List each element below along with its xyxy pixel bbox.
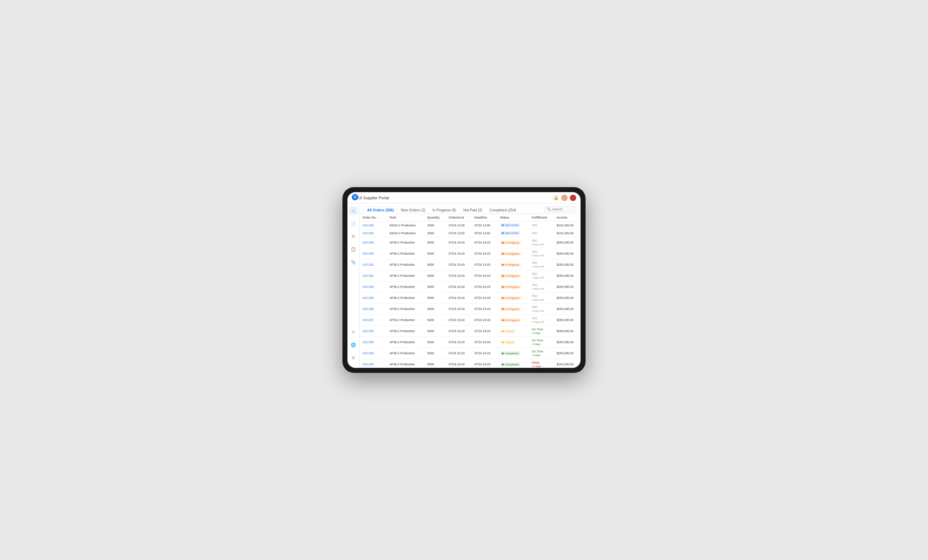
cell-deadline: 07/24 15:43 — [472, 237, 497, 248]
table-row[interactable]: UIS-254 AP36-2 Production 5000 07/24 15:… — [360, 348, 580, 359]
cell-order-no: UIS-256 — [360, 326, 386, 337]
cell-status: In Progress — [497, 292, 529, 304]
table-row[interactable]: UIS-259 AP36-2 Production 5000 07/24 15:… — [360, 292, 580, 304]
search-box[interactable]: 🔍 — [545, 207, 576, 212]
status-dot-icon — [502, 224, 504, 226]
cell-fulfillment: TBC8 days left — [529, 248, 554, 259]
sidebar-item-document[interactable]: 📄 — [349, 219, 358, 228]
status-dot-icon — [502, 297, 504, 299]
notification-bell-icon[interactable]: 🔔 — [553, 195, 559, 201]
cell-quantity: 5000 — [424, 337, 446, 348]
cell-order-no: UIS-265 — [360, 229, 386, 237]
avatar-icon-1[interactable] — [561, 195, 568, 201]
cell-status: In Progress — [497, 304, 529, 315]
search-icon: 🔍 — [547, 207, 551, 211]
table-row[interactable]: UIS-253 AP36-2 Production 5000 07/24 15:… — [360, 359, 580, 368]
status-dot-icon — [502, 308, 504, 310]
sidebar-item-clipboard[interactable]: 📎 — [349, 258, 358, 266]
cell-deadline: 07/24 12:02 — [472, 229, 497, 237]
table-row[interactable]: UIS-255 AP36-2 Production 5000 07/24 15:… — [360, 337, 580, 348]
table-row[interactable]: UIS-266 SW24-2 Production 2000 07/24 12:… — [360, 221, 580, 229]
sidebar-item-home[interactable]: ⌂ — [349, 207, 358, 215]
table-row[interactable]: UIS-257 AP36-2 Production 5000 07/24 15:… — [360, 315, 580, 326]
sidebar-item-refresh[interactable]: ↻ — [349, 328, 358, 336]
cell-task: AP36-2 Production — [386, 292, 424, 304]
table-row[interactable]: UIS-260 AP36-2 Production 5000 07/24 15:… — [360, 282, 580, 292]
cell-fulfillment: TBC4 days left — [529, 282, 554, 292]
cell-order-no: UIS-266 — [360, 221, 386, 229]
cell-order-no: UIS-258 — [360, 304, 386, 315]
cell-deadline: 07/24 15:43 — [472, 326, 497, 337]
cell-deadline: 07/24 15:43 — [472, 359, 497, 368]
cell-fulfillment: TBC — [529, 221, 554, 229]
table-row[interactable]: UIS-264 AP36-2 Production 5000 07/24 15:… — [360, 237, 580, 248]
sidebar-item-settings[interactable]: ⚙ — [349, 353, 358, 362]
cell-task: AP36-2 Production — [386, 270, 424, 282]
cell-fulfillment: TBC7 days left — [529, 270, 554, 282]
cell-fulfillment: On Time-2 days — [529, 337, 554, 348]
cell-quantity: 5000 — [424, 348, 446, 359]
status-badge: Completed — [500, 362, 520, 367]
cell-ordered-at: 07/24 15:43 — [446, 259, 472, 270]
cell-income: $250,000.00 — [554, 237, 580, 248]
cell-task: AP36-2 Production — [386, 359, 424, 368]
status-dot-icon — [502, 364, 504, 365]
table-row[interactable]: UIS-256 AP36-2 Production 5000 07/24 15:… — [360, 326, 580, 337]
table-row[interactable]: UIS-263 AP36-2 Production 5000 07/24 15:… — [360, 248, 580, 259]
avatar-icon-2[interactable] — [570, 195, 576, 201]
cell-deadline: 07/24 12:06 — [472, 221, 497, 229]
cell-fulfillment: TBC1 days left — [529, 315, 554, 326]
main-layout: ⌂ 📄 ⚙ 📋 📎 ↻ 🌐 ⚙ All Orders (266) New Ord… — [348, 204, 580, 368]
top-bar-icons: 🔔 — [553, 195, 576, 201]
table-row[interactable]: UIS-261 AP36-2 Production 5000 07/24 15:… — [360, 270, 580, 282]
cell-ordered-at: 07/24 15:43 — [446, 237, 472, 248]
sidebar-item-file[interactable]: 📋 — [349, 245, 358, 254]
cell-quantity: 5000 — [424, 292, 446, 304]
status-badge: In Progress — [500, 274, 521, 278]
status-dot-icon — [502, 353, 504, 354]
cell-status: In Progress — [497, 248, 529, 259]
cell-deadline: 07/24 15:43 — [472, 337, 497, 348]
app-title: UI Supplier Portal — [358, 196, 553, 200]
col-fulfillment: Fulfillment — [529, 214, 554, 221]
cell-ordered-at: 07/24 15:43 — [446, 348, 472, 359]
status-dot-icon — [502, 319, 504, 321]
table-row[interactable]: UIS-265 SW24-2 Production 2000 07/24 12:… — [360, 229, 580, 237]
tab-completed[interactable]: Completed (254) — [486, 207, 519, 213]
cell-task: AP36-2 Production — [386, 315, 424, 326]
cell-income: $250,000.00 — [554, 337, 580, 348]
tab-not-paid[interactable]: Not Paid (2) — [460, 207, 485, 213]
cell-fulfillment: TBC6 days left — [529, 237, 554, 248]
cell-quantity: 5000 — [424, 359, 446, 368]
cell-status: In Progress — [497, 315, 529, 326]
cell-ordered-at: 07/24 15:43 — [446, 248, 472, 259]
col-order-no[interactable]: Order No. ↕ — [360, 214, 386, 221]
cell-deadline: 07/24 15:43 — [472, 315, 497, 326]
cell-quantity: 5000 — [424, 282, 446, 292]
cell-income: $120,200.60 — [554, 229, 580, 237]
status-badge: In Progress — [500, 263, 521, 267]
tab-in-progress[interactable]: In Progress (8) — [429, 207, 459, 213]
status-dot-icon — [502, 232, 504, 234]
orders-table-container[interactable]: Order No. ↕ Task Quantity Ordered at Dea… — [360, 214, 580, 368]
table-row[interactable]: UIS-258 AP36-2 Production 5000 07/24 15:… — [360, 304, 580, 315]
table-row[interactable]: UIS-262 AP36-2 Production 5000 07/24 15:… — [360, 259, 580, 270]
cell-quantity: 5000 — [424, 315, 446, 326]
cell-order-no: UIS-254 — [360, 348, 386, 359]
cell-task: AP36-2 Production — [386, 259, 424, 270]
cell-status: Completed — [497, 359, 529, 368]
top-bar: U UI Supplier Portal 🔔 — [348, 192, 580, 204]
cell-order-no: UIS-255 — [360, 337, 386, 348]
sidebar-item-globe[interactable]: 🌐 — [349, 341, 358, 349]
status-dot-icon — [502, 275, 504, 277]
cell-order-no: UIS-262 — [360, 259, 386, 270]
cell-task: AP36-2 Production — [386, 237, 424, 248]
tab-all-orders[interactable]: All Orders (266) — [364, 207, 397, 214]
cell-status: In Progress — [497, 259, 529, 270]
status-badge: In Progress — [500, 285, 521, 289]
search-input[interactable] — [552, 207, 574, 211]
tab-new-orders[interactable]: New Orders (2) — [397, 207, 428, 213]
cell-fulfillment: TBC — [529, 229, 554, 237]
sidebar-item-cog[interactable]: ⚙ — [349, 232, 358, 241]
cell-income: $150,500.00 — [554, 359, 580, 368]
